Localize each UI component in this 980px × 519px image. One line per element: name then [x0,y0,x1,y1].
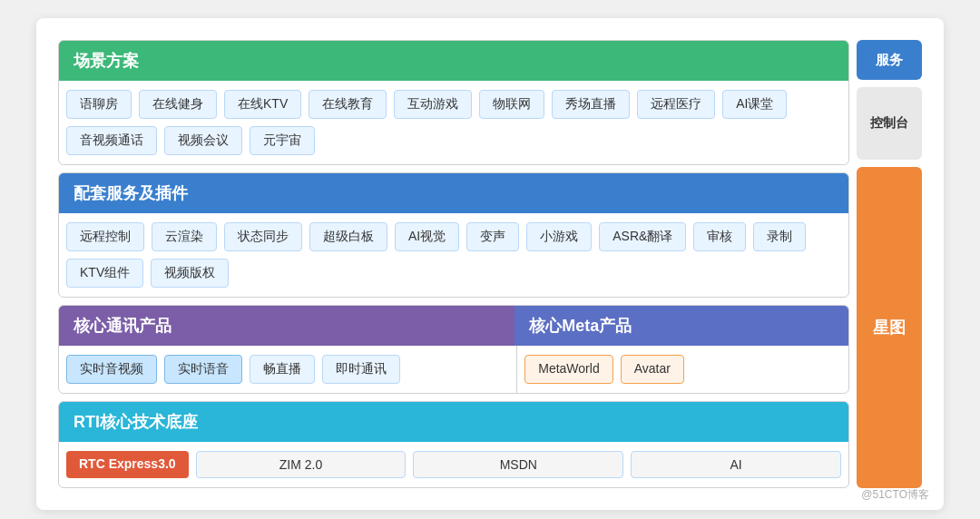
right-sidebar: 服务 控制台 星图 [857,40,922,488]
left-content: 场景方案 语聊房 在线健身 在线KTV 在线教育 互动游戏 物联网 秀场直播 远… [58,40,849,488]
core-meta-header: 核心Meta产品 [514,306,848,346]
tag-xiaoyouxi: 小游戏 [526,222,592,251]
services-body: 远程控制 云渲染 状态同步 超级白板 AI视觉 变声 小游戏 ASR&翻译 审核… [59,213,848,297]
tag-zaixianjiaoyu: 在线教育 [309,90,387,119]
tag-shipinbq: 视频版权 [151,259,229,288]
services-section: 配套服务及插件 远程控制 云渲染 状态同步 超级白板 AI视觉 变声 小游戏 A… [58,172,849,298]
watermark: @51CTO博客 [861,487,929,503]
tag-luzhi: 录制 [753,222,806,251]
tag-aiketang: AI课堂 [722,90,787,119]
tag-asrfy: ASR&翻译 [599,222,686,251]
scenario-section: 场景方案 语聊房 在线健身 在线KTV 在线教育 互动游戏 物联网 秀场直播 远… [58,40,849,165]
tag-hudongyw: 互动游戏 [394,90,472,119]
main-container: 场景方案 语聊房 在线健身 在线KTV 在线教育 互动游戏 物联网 秀场直播 远… [36,18,944,510]
tag-avatar: Avatar [621,355,684,384]
tag-yuanyuzhou: 元宇宙 [250,126,315,155]
core-products-section: 核心通讯产品 核心Meta产品 实时音视频 实时语音 畅直播 即时通讯 Meta… [58,305,849,394]
core-comm-body: 实时音视频 实时语音 畅直播 即时通讯 [59,346,517,393]
tag-zaixianjiansheng: 在线健身 [139,90,217,119]
tag-shipinhy: 视频会议 [164,126,242,155]
tag-aishijue: AI视觉 [395,222,459,251]
tag-shenhe: 审核 [693,222,746,251]
main-layout: 场景方案 语聊房 在线健身 在线KTV 在线教育 互动游戏 物联网 秀场直播 远… [58,40,922,488]
tag-chaojibb: 超级白板 [309,222,387,251]
scenario-header: 场景方案 [59,41,848,81]
tag-metaworld: MetaWorld [524,355,612,384]
tag-yuanchengyl: 远程医疗 [637,90,715,119]
tag-changzb: 畅直播 [250,355,315,384]
tag-ktvzj: KTV组件 [66,259,143,288]
rti-section: RTI核心技术底座 RTC Express3.0 ZIM 2.0 MSDN AI [58,401,849,488]
tag-zim: ZIM 2.0 [196,451,407,478]
tag-zaixianktv: 在线KTV [224,90,301,119]
tag-yinshipintx: 音视频通话 [66,126,157,155]
tag-zhuangtaitb: 状态同步 [224,222,302,251]
tag-yuanchengkz: 远程控制 [66,222,144,251]
tag-yunxuanran: 云渲染 [152,222,217,251]
tag-xiuchangzb: 秀场直播 [552,90,630,119]
tag-yuliaofang: 语聊房 [66,90,132,119]
tag-rtcexpress: RTC Express3.0 [66,451,189,478]
tag-wulianwang: 物联网 [479,90,544,119]
sidebar-console: 控制台 [857,87,922,160]
core-meta-body: MetaWorld Avatar [517,346,848,393]
rti-header: RTI核心技术底座 [59,402,848,442]
core-headers-row: 核心通讯产品 核心Meta产品 [59,306,848,346]
services-header: 配套服务及插件 [59,173,848,213]
scenario-body: 语聊房 在线健身 在线KTV 在线教育 互动游戏 物联网 秀场直播 远程医疗 A… [59,81,848,164]
tag-biansheng: 变声 [466,222,519,251]
tag-msdn: MSDN [413,451,623,478]
core-body-row: 实时音视频 实时语音 畅直播 即时通讯 MetaWorld Avatar [59,346,848,393]
tag-ai: AI [631,451,841,478]
tag-sssyy: 实时语音 [164,355,242,384]
tag-sssysp: 实时音视频 [66,355,157,384]
sidebar-star: 星图 [857,167,922,488]
tag-jstx: 即时通讯 [322,355,400,384]
sidebar-service: 服务 [857,40,922,80]
core-comm-header: 核心通讯产品 [59,306,514,346]
rti-body: RTC Express3.0 ZIM 2.0 MSDN AI [59,442,848,487]
